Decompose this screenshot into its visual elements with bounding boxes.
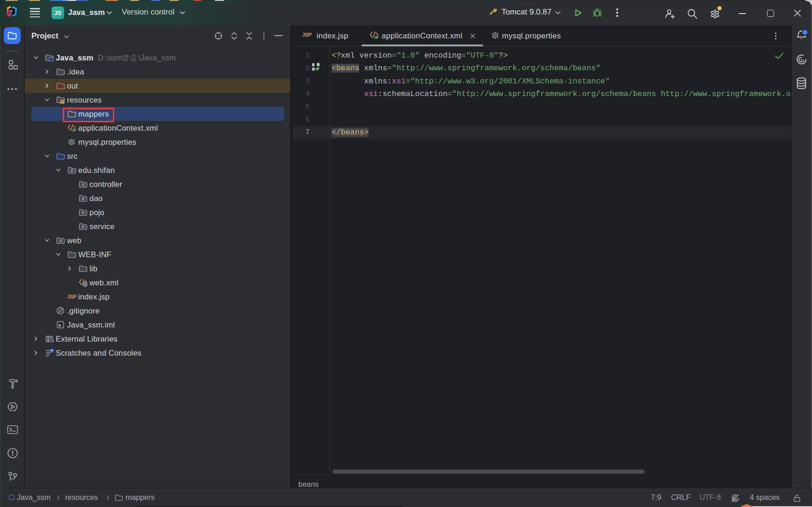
svg-text:IJ: IJ [9,9,12,13]
